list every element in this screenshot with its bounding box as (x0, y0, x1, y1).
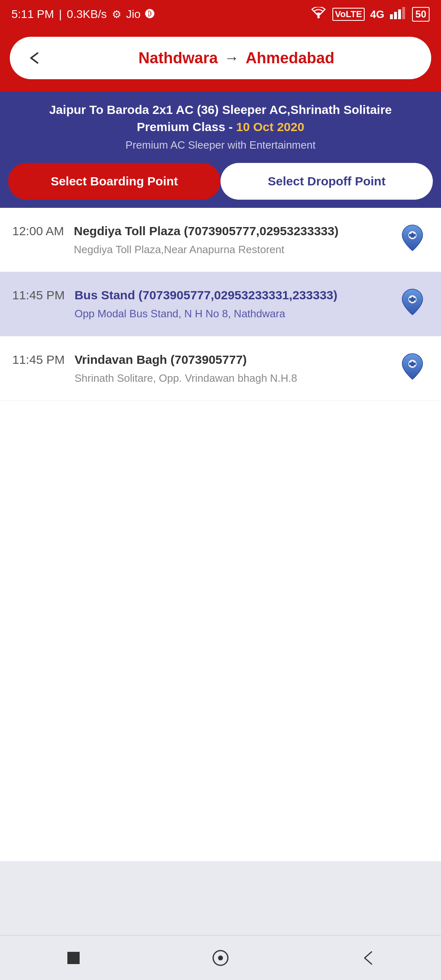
stop-address: Shrinath Solitare, Opp. Vrindawan bhagh … (74, 371, 390, 385)
carrier-icon: 🅓 (145, 9, 155, 20)
stop-item[interactable]: 12:00 AM Negdiya Toll Plaza (7073905777,… (0, 208, 441, 272)
wifi-icon (310, 7, 327, 22)
carrier-label: Jio (126, 8, 141, 21)
stops-list: 12:00 AM Negdiya Toll Plaza (7073905777,… (0, 208, 441, 861)
nav-back-button[interactable] (351, 942, 384, 974)
tab-dropoff[interactable]: Select Dropoff Point (220, 163, 433, 200)
bus-subtitle: Premium AC Sleeper with Entertainment (12, 139, 429, 163)
location-pin-icon (400, 288, 429, 317)
bus-info: Jaipur To Baroda 2x1 AC (36) Sleeper AC,… (0, 91, 441, 163)
svg-rect-8 (67, 952, 80, 964)
signal-icon (390, 7, 406, 22)
stop-name: Bus Stand (7073905777,02953233331,233333… (74, 287, 390, 304)
stop-item[interactable]: 11:45 PM Vrindavan Bagh (7073905777) Shr… (0, 336, 441, 401)
status-bar: 5:11 PM | 0.3KB/s ⚙ Jio 🅓 VoLTE 4G (0, 0, 441, 29)
route-bar: Nathdwara → Ahmedabad (10, 37, 431, 79)
back-button[interactable] (22, 46, 47, 70)
tab-boarding[interactable]: Select Boarding Point (8, 163, 220, 200)
tab-bar: Select Boarding Point Select Dropoff Poi… (0, 163, 441, 208)
location-pin-icon (400, 224, 429, 253)
location-pin-icon (400, 353, 429, 381)
volte-icon: VoLTE (332, 8, 364, 21)
status-right: VoLTE 4G 50 (310, 7, 430, 22)
bus-date: 10 Oct 2020 (236, 120, 304, 134)
stop-address: Negdiya Toll Plaza,Near Anapurna Restore… (74, 242, 390, 257)
stop-details: Negdiya Toll Plaza (7073905777,029532333… (74, 223, 390, 257)
header: Nathdwara → Ahmedabad (0, 29, 441, 91)
stop-time: 11:45 PM (12, 287, 65, 304)
svg-rect-1 (390, 14, 393, 19)
stop-address: Opp Modal Bus Stand, N H No 8, Nathdwara (74, 306, 390, 321)
network-4g: 4G (370, 8, 385, 21)
svg-rect-3 (398, 9, 401, 19)
nav-recent-button[interactable] (57, 942, 90, 974)
status-left: 5:11 PM | 0.3KB/s ⚙ Jio 🅓 (11, 8, 155, 21)
route-from: Nathdwara (138, 49, 218, 67)
status-network: | (59, 8, 62, 21)
gear-icon: ⚙ (112, 8, 121, 21)
svg-point-0 (317, 16, 320, 18)
status-speed: 0.3KB/s (67, 8, 107, 21)
route-arrow-icon: → (224, 49, 239, 67)
stop-item-selected[interactable]: 11:45 PM Bus Stand (7073905777,029532333… (0, 272, 441, 336)
stop-time: 12:00 AM (12, 223, 64, 240)
svg-rect-2 (394, 12, 397, 19)
battery-icon: 50 (412, 7, 430, 22)
bus-title: Jaipur To Baroda 2x1 AC (36) Sleeper AC,… (12, 101, 429, 136)
route-text: Nathdwara → Ahmedabad (54, 49, 419, 67)
stop-details: Bus Stand (7073905777,02953233331,233333… (74, 287, 390, 321)
stop-name: Negdiya Toll Plaza (7073905777,029532333… (74, 223, 390, 240)
status-time: 5:11 PM (11, 8, 54, 21)
nav-home-button[interactable] (204, 942, 237, 974)
bottom-nav (0, 935, 441, 980)
stop-time: 11:45 PM (12, 351, 65, 368)
svg-rect-4 (402, 7, 405, 19)
stop-name: Vrindavan Bagh (7073905777) (74, 351, 390, 368)
stop-details: Vrindavan Bagh (7073905777) Shrinath Sol… (74, 351, 390, 385)
svg-point-10 (218, 956, 223, 960)
route-to: Ahmedabad (245, 49, 334, 67)
